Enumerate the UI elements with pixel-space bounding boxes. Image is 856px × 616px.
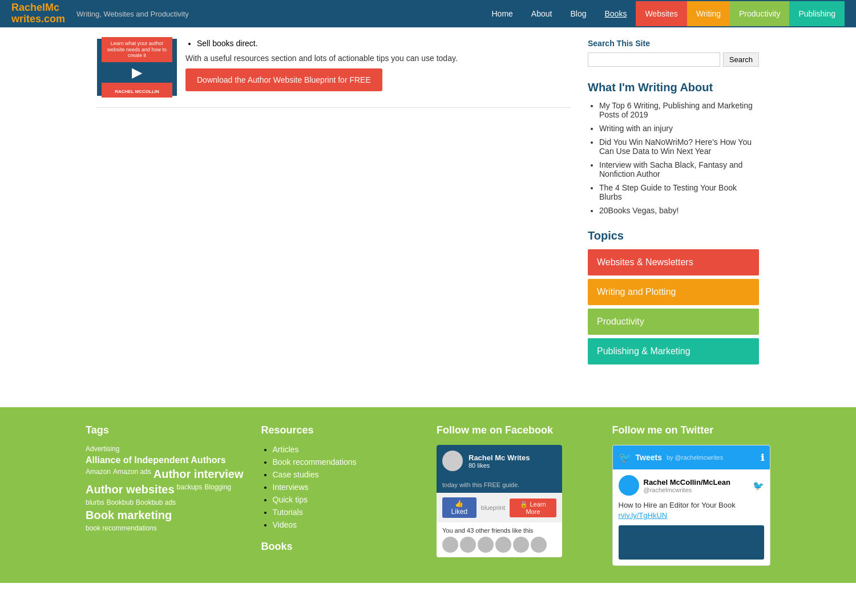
- site-footer: Tags Advertising Alliance of Independent…: [0, 407, 856, 583]
- twitter-brand-icon: 🐦: [753, 480, 764, 491]
- facebook-action-bar: 👍 Liked blueprint 🔒 Learn More: [437, 493, 562, 522]
- facebook-box: Rachel Mc Writes 80 likes today with thi…: [437, 445, 562, 557]
- nav-productivity[interactable]: Productivity: [730, 1, 789, 26]
- tweet-author: Rachel McCollin/McLean @rachelmcwrites 🐦: [619, 475, 765, 496]
- topic-publishing-button[interactable]: Publishing & Marketing: [588, 338, 759, 364]
- resource-link-3[interactable]: Interviews: [273, 483, 309, 492]
- resource-link-2[interactable]: Case studies: [273, 470, 319, 479]
- tags-column: Tags Advertising Alliance of Independent…: [86, 424, 244, 566]
- tag-book-marketing[interactable]: Book marketing: [86, 509, 172, 522]
- writing-about-link-1[interactable]: Writing with an injury: [599, 124, 673, 133]
- facebook-guide-text: today with this FREE guide.: [437, 477, 562, 493]
- promo-list-item: Sell books direct.: [197, 39, 458, 48]
- resource-link-1[interactable]: Book recommendations: [273, 457, 357, 467]
- friend-avatar-4: [495, 537, 511, 553]
- tag-amazon-ads[interactable]: Amazon ads: [113, 468, 151, 481]
- topics-heading: Topics: [588, 229, 759, 242]
- resource-item-1: Book recommendations: [273, 457, 420, 467]
- writing-about-item-2: Did You Win NaNoWriMo? Here's How You Ca…: [599, 137, 759, 156]
- tweet-author-name: Rachel McCollin/McLean: [644, 478, 730, 487]
- writing-about-section: What I'm Writing About My Top 6 Writing,…: [588, 81, 759, 215]
- facebook-heading: Follow me on Facebook: [437, 424, 595, 436]
- tag-advertising[interactable]: Advertising: [86, 445, 119, 453]
- nav-publishing[interactable]: Publishing: [789, 1, 845, 26]
- twitter-column: Follow me on Twitter 🐦 Tweets by @rachel…: [612, 424, 771, 566]
- resource-link-5[interactable]: Tutorials: [273, 508, 303, 517]
- resource-item-5: Tutorials: [273, 508, 420, 517]
- facebook-learn-button[interactable]: 🔒 Learn More: [510, 499, 556, 517]
- site-header: RachelMc writes.com Writing, Websites an…: [0, 0, 856, 27]
- logo: RachelMc writes.com Writing, Websites an…: [11, 2, 189, 25]
- nav-home[interactable]: Home: [482, 1, 522, 26]
- tweets-label: Tweets: [636, 453, 662, 462]
- tag-blogging[interactable]: Blogging: [204, 483, 231, 496]
- search-section: Search This Site Search: [588, 39, 759, 67]
- writing-about-item-0: My Top 6 Writing, Publishing and Marketi…: [599, 101, 759, 119]
- tweet-avatar: [619, 475, 639, 496]
- tag-author-interview[interactable]: Author interview: [154, 468, 244, 481]
- tag-bookbub-ads[interactable]: Bookbub ads: [136, 499, 176, 506]
- search-heading: Search This Site: [588, 39, 759, 48]
- tag-backups[interactable]: backups: [177, 483, 203, 496]
- tag-amazon[interactable]: Amazon: [86, 468, 111, 481]
- facebook-friends: You and 43 other friends like this: [437, 522, 562, 557]
- resources-list: Articles Book recommendations Case studi…: [261, 445, 420, 529]
- tag-blurbs[interactable]: blurbs: [86, 499, 104, 506]
- facebook-header: Rachel Mc Writes 80 likes: [437, 445, 562, 477]
- writing-about-link-3[interactable]: Interview with Sacha Black, Fantasy and …: [599, 160, 742, 179]
- footer-inner: Tags Advertising Alliance of Independent…: [86, 424, 770, 566]
- resource-link-6[interactable]: Videos: [273, 520, 297, 529]
- nav-writing[interactable]: Writing: [687, 1, 730, 26]
- facebook-page-name: Rachel Mc Writes: [469, 453, 530, 462]
- resources-heading: Resources: [261, 424, 420, 436]
- book-cover-subtitle: Learn what your author website needs and…: [105, 40, 169, 59]
- nav-blog[interactable]: Blog: [561, 1, 595, 26]
- tag-bookbub[interactable]: Bookbub: [107, 499, 134, 506]
- blueprint-label: blueprint: [481, 504, 505, 511]
- nav-websites[interactable]: Websites: [636, 1, 687, 26]
- topic-websites-button[interactable]: Websites & Newsletters: [588, 249, 759, 275]
- writing-about-link-4[interactable]: The 4 Step Guide to Testing Your Book Bl…: [599, 183, 737, 201]
- twitter-heading: Follow me on Twitter: [612, 424, 771, 436]
- friend-avatar-1: [442, 537, 458, 553]
- facebook-likes: 80 likes: [469, 462, 530, 469]
- writing-about-list: My Top 6 Writing, Publishing and Marketi…: [588, 101, 759, 215]
- resource-item-3: Interviews: [273, 483, 420, 492]
- resource-item-2: Case studies: [273, 470, 420, 479]
- topic-writing-button[interactable]: Writing and Plotting: [588, 279, 759, 305]
- writing-about-item-4: The 4 Step Guide to Testing Your Book Bl…: [599, 183, 759, 201]
- resource-item-6: Videos: [273, 520, 420, 529]
- tweet-author-handle: @rachelmcwrites: [644, 487, 730, 493]
- page-wrapper: Learn what your author website needs and…: [86, 27, 770, 390]
- tag-alliance[interactable]: Alliance of Independent Authors: [86, 455, 226, 465]
- resource-item-4: Quick tips: [273, 495, 420, 504]
- download-button[interactable]: Download the Author Website Blueprint fo…: [185, 68, 382, 91]
- topics-section: Topics Websites & Newsletters Writing an…: [588, 229, 759, 364]
- facebook-like-button[interactable]: 👍 Liked: [442, 497, 477, 518]
- tag-author-websites[interactable]: Author websites: [86, 483, 175, 496]
- facebook-avatar: [442, 451, 463, 471]
- tweet-image: [619, 525, 765, 560]
- nav-about[interactable]: About: [522, 1, 562, 26]
- friend-avatars: [442, 537, 556, 553]
- writing-about-link-5[interactable]: 20Books Vegas, baby!: [599, 206, 679, 215]
- tweet-link[interactable]: rviv.ly/TgHkUN: [619, 511, 668, 520]
- book-cover: Learn what your author website needs and…: [97, 39, 177, 96]
- writing-about-link-2[interactable]: Did You Win NaNoWriMo? Here's How You Ca…: [599, 137, 752, 156]
- writing-about-heading: What I'm Writing About: [588, 81, 759, 94]
- topic-productivity-button[interactable]: Productivity: [588, 309, 759, 335]
- search-box: Search: [588, 52, 759, 67]
- friend-avatar-5: [513, 537, 529, 553]
- tag-book-recommendations[interactable]: book recommendations: [86, 524, 157, 532]
- nav-books[interactable]: Books: [595, 1, 636, 26]
- writing-about-link-0[interactable]: My Top 6 Writing, Publishing and Marketi…: [599, 101, 753, 119]
- resource-link-4[interactable]: Quick tips: [273, 495, 308, 504]
- twitter-box: 🐦 Tweets by @rachelmcwrites ℹ Rachel McC…: [612, 445, 771, 566]
- search-input[interactable]: [588, 52, 720, 67]
- resource-link-0[interactable]: Articles: [273, 445, 299, 454]
- tweet-text: How to Hire an Editor for Your Book rviv…: [619, 500, 765, 521]
- search-button[interactable]: Search: [723, 52, 759, 67]
- resources-column: Resources Articles Book recommendations …: [261, 424, 420, 566]
- friend-avatar-6: [531, 537, 547, 553]
- books-heading: Books: [261, 541, 420, 553]
